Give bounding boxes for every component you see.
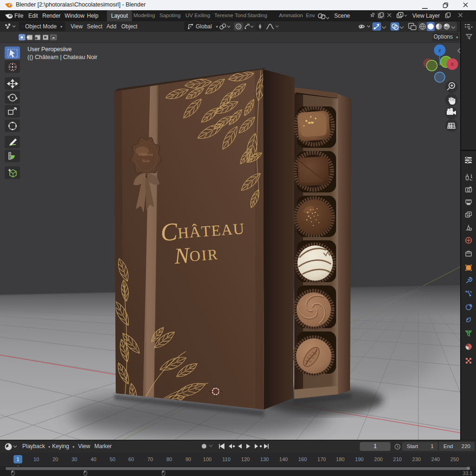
svg-text:OIR: OIR [189,246,219,264]
svg-text:C: C [159,218,178,246]
svg-text:z: z [438,47,441,53]
svg-text:Château: Château [139,152,153,157]
svg-text:Noir: Noir [142,159,150,163]
svg-text:User Peropesiive: User Peropesiive [27,46,72,53]
svg-text:(() Châteam | Chateau Noir: (() Châteam | Chateau Noir [27,54,98,60]
